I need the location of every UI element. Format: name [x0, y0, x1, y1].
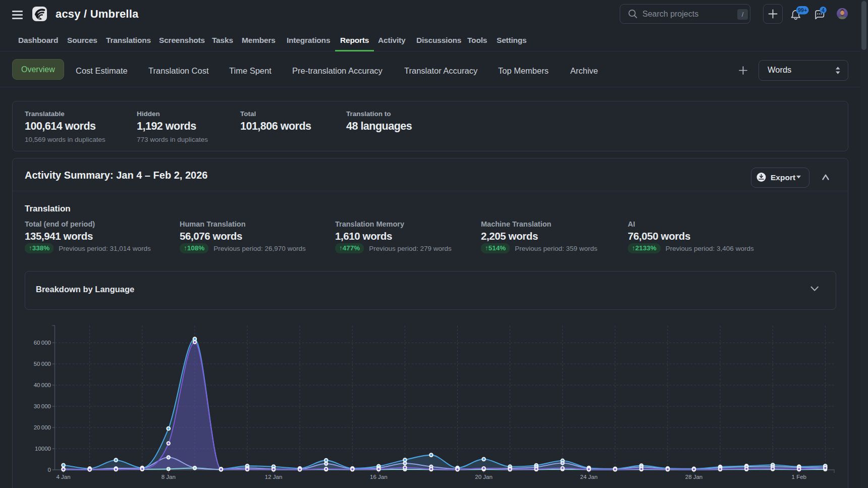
- svg-text:16 Jan: 16 Jan: [370, 474, 388, 480]
- svg-text:12 Jan: 12 Jan: [265, 474, 283, 480]
- svg-text:60 000: 60 000: [34, 340, 51, 346]
- svg-text:1 Feb: 1 Feb: [792, 474, 806, 480]
- svg-text:20 Jan: 20 Jan: [475, 474, 493, 480]
- svg-text:30 000: 30 000: [34, 403, 51, 409]
- svg-text:4 Jan: 4 Jan: [57, 474, 71, 480]
- svg-text:0: 0: [48, 467, 51, 473]
- svg-text:50 000: 50 000: [34, 361, 51, 367]
- svg-text:4: 4: [822, 7, 825, 13]
- svg-text:24 Jan: 24 Jan: [580, 474, 598, 480]
- svg-text:99+: 99+: [798, 7, 807, 13]
- svg-text:40 000: 40 000: [34, 382, 51, 388]
- svg-text:20 000: 20 000: [34, 424, 51, 430]
- svg-text:10000: 10000: [35, 446, 51, 452]
- svg-text:28 Jan: 28 Jan: [685, 474, 703, 480]
- svg-text:8 Jan: 8 Jan: [161, 474, 176, 480]
